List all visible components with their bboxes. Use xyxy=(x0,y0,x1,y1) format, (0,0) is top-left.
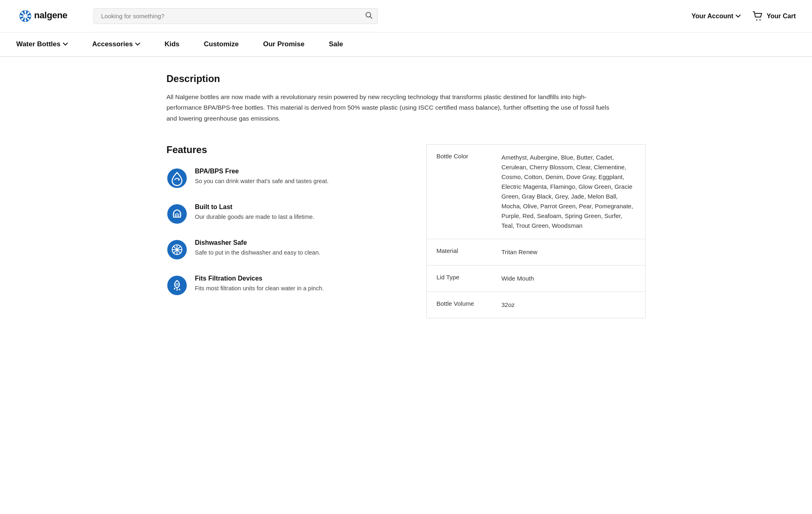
spec-row-material: Material Tritan Renew xyxy=(427,239,645,266)
feature-text-durable: Built to Last Our durable goods are made… xyxy=(195,203,314,222)
svg-point-28 xyxy=(167,276,187,295)
search-input[interactable] xyxy=(93,8,378,24)
svg-point-10 xyxy=(28,18,30,20)
spec-value-lid: Wide Mouth xyxy=(492,266,645,292)
header-actions: Your Account Your Cart xyxy=(691,11,796,21)
description-text: All Nalgene bottles are now made with a … xyxy=(166,92,613,124)
nav-item-accessories[interactable]: Accessories xyxy=(80,32,152,56)
feature-name-dishwasher: Dishwasher Safe xyxy=(195,239,320,246)
svg-point-7 xyxy=(20,15,22,17)
filtration-icon xyxy=(166,275,188,296)
svg-point-17 xyxy=(756,19,758,20)
feature-name-filtration: Fits Filtration Devices xyxy=(195,275,324,282)
spec-row-color: Bottle Color Amethyst, Aubergine, Blue, … xyxy=(427,145,645,239)
feature-desc-durable: Our durable goods are made to last a lif… xyxy=(195,213,314,222)
feature-item-bpa: BPA/BPS Free So you can drink water that… xyxy=(166,168,410,189)
spec-label-volume: Bottle Volume xyxy=(427,292,492,318)
features-section: Features BPA/BPS Free So you can drink xyxy=(166,144,646,318)
features-left: Features BPA/BPS Free So you can drink xyxy=(166,144,426,311)
feature-name-bpa: BPA/BPS Free xyxy=(195,168,328,175)
nav-item-customize[interactable]: Customize xyxy=(192,32,251,56)
feature-text-filtration: Fits Filtration Devices Fits most filtra… xyxy=(195,275,324,293)
feature-text-dishwasher: Dishwasher Safe Safe to put in the dishw… xyxy=(195,239,320,257)
spec-label-lid: Lid Type xyxy=(427,266,492,292)
svg-point-5 xyxy=(24,11,26,13)
svg-line-16 xyxy=(370,17,372,19)
svg-point-8 xyxy=(29,15,31,17)
logo[interactable]: nalgene xyxy=(16,6,81,26)
nav-item-our-promise[interactable]: Our Promise xyxy=(251,32,317,56)
feature-desc-bpa: So you can drink water that's safe and t… xyxy=(195,177,328,186)
bpa-free-icon xyxy=(166,168,188,189)
svg-point-31 xyxy=(179,289,180,290)
feature-item-durable: Built to Last Our durable goods are made… xyxy=(166,203,410,225)
feature-desc-filtration: Fits most filtration units for clean wat… xyxy=(195,284,324,293)
dishwasher-icon xyxy=(166,239,188,260)
nav-item-sale[interactable]: Sale xyxy=(317,32,355,56)
main-nav: Water Bottles Accessories Kids Customize… xyxy=(0,32,812,57)
site-header: nalgene Your Account Your Cart xyxy=(0,0,812,32)
specs-table: Bottle Color Amethyst, Aubergine, Blue, … xyxy=(426,144,646,318)
feature-item-filtration: Fits Filtration Devices Fits most filtra… xyxy=(166,275,410,296)
feature-desc-dishwasher: Safe to put in the dishwasher and easy t… xyxy=(195,248,320,257)
svg-point-9 xyxy=(21,12,23,14)
spec-value-material: Tritan Renew xyxy=(492,239,645,266)
svg-point-18 xyxy=(760,19,761,20)
svg-text:nalgene: nalgene xyxy=(34,10,67,20)
features-title: Features xyxy=(166,144,410,155)
search-bar xyxy=(93,8,378,24)
spec-label-color: Bottle Color xyxy=(427,145,492,239)
svg-point-30 xyxy=(174,288,175,289)
account-button[interactable]: Your Account xyxy=(691,13,741,20)
description-section: Description All Nalgene bottles are now … xyxy=(166,73,646,124)
svg-point-12 xyxy=(21,18,23,20)
cart-icon xyxy=(753,11,763,21)
chevron-down-icon xyxy=(135,43,140,46)
nav-item-water-bottles[interactable]: Water Bottles xyxy=(16,32,80,56)
chevron-down-icon xyxy=(63,43,68,46)
svg-point-11 xyxy=(28,12,30,14)
chevron-down-icon xyxy=(736,15,741,18)
spec-value-color: Amethyst, Aubergine, Blue, Butter, Cadet… xyxy=(492,145,645,239)
spec-row-lid: Lid Type Wide Mouth xyxy=(427,266,645,292)
svg-point-6 xyxy=(24,19,26,22)
description-title: Description xyxy=(166,73,646,84)
nav-item-kids[interactable]: Kids xyxy=(152,32,192,56)
main-content: Description All Nalgene bottles are now … xyxy=(142,57,670,335)
spec-row-volume: Bottle Volume 32oz xyxy=(427,292,645,318)
search-button[interactable] xyxy=(365,11,373,21)
cart-label: Your Cart xyxy=(767,13,796,20)
durable-icon xyxy=(166,203,188,225)
svg-point-13 xyxy=(24,14,27,17)
feature-text-bpa: BPA/BPS Free So you can drink water that… xyxy=(195,168,328,186)
account-label: Your Account xyxy=(691,13,733,20)
spec-label-material: Material xyxy=(427,239,492,266)
feature-name-durable: Built to Last xyxy=(195,203,314,211)
feature-item-dishwasher: Dishwasher Safe Safe to put in the dishw… xyxy=(166,239,410,260)
spec-value-volume: 32oz xyxy=(492,292,645,318)
cart-button[interactable]: Your Cart xyxy=(753,11,796,21)
